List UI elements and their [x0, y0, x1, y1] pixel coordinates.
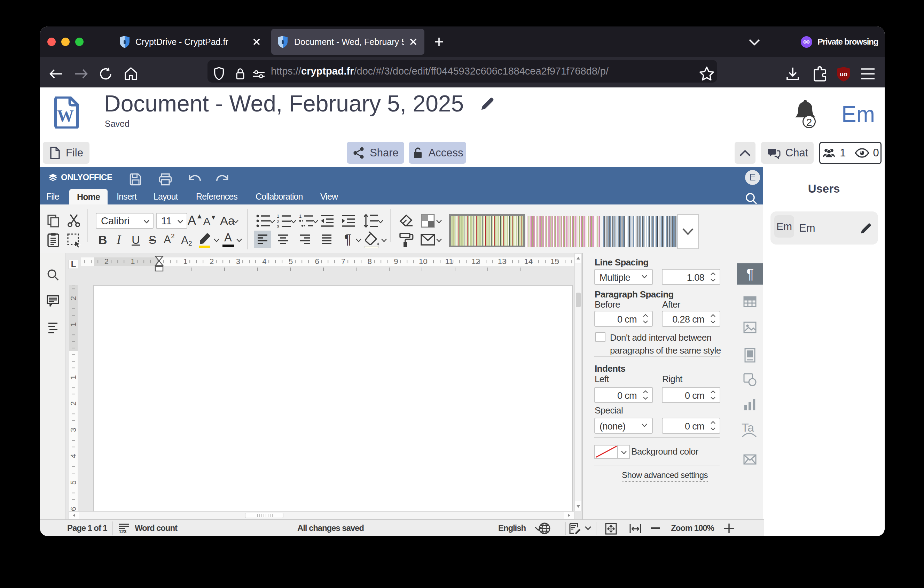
- svg-text:1 2 3: 1 2 3: [119, 529, 127, 534]
- svg-text:1: 1: [299, 213, 302, 219]
- svg-text:2: 2: [277, 219, 279, 224]
- svg-text:uo: uo: [840, 71, 847, 78]
- svg-text:1: 1: [277, 213, 279, 219]
- svg-text:W: W: [57, 107, 74, 125]
- svg-text:3: 3: [277, 224, 279, 228]
